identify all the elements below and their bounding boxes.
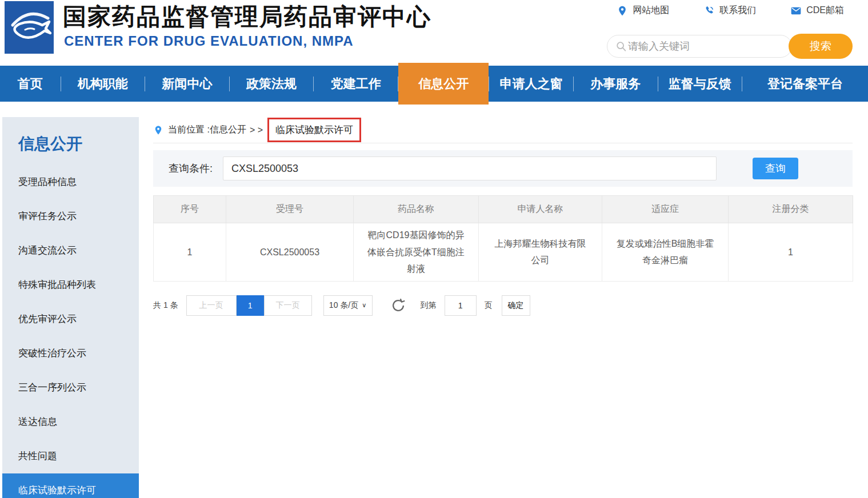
- results-table: 序号 受理号 药品名称 申请人名称 适应症 注册分类 1 CXSL2500053…: [153, 195, 853, 282]
- query-condition-label: 查询条件:: [169, 162, 213, 175]
- table-row: 1 CXSL2500053 靶向CD19基因修饰的异体嵌合抗原受体T细胞注射液 …: [154, 223, 853, 282]
- search-button[interactable]: 搜索: [789, 34, 853, 59]
- location-pin-icon: [617, 5, 628, 17]
- nav-item-info-disclosure[interactable]: 信息公开: [398, 63, 489, 105]
- prev-page-button[interactable]: 上一页: [186, 295, 237, 316]
- contact-label: 联系我们: [719, 5, 756, 17]
- sidebar-item-three-in-one[interactable]: 三合一序列公示: [2, 371, 139, 405]
- col-header-applicant: 申请人名称: [479, 196, 602, 223]
- header-utility-links: 网站地图 联系我们 CDE邮箱: [617, 5, 844, 17]
- table-header-row: 序号 受理号 药品名称 申请人名称 适应症 注册分类: [154, 196, 853, 223]
- nav-item-news[interactable]: 新闻中心: [145, 66, 229, 102]
- cde-mail-link[interactable]: CDE邮箱: [790, 5, 844, 17]
- sidebar-item-priority-review[interactable]: 优先审评公示: [2, 302, 139, 336]
- cell-acceptance-no: CXSL2500053: [226, 223, 354, 282]
- query-button[interactable]: 查询: [753, 158, 798, 179]
- breadcrumb-current-annotated: 临床试验默示许可: [267, 118, 361, 142]
- current-page-button[interactable]: 1: [237, 295, 264, 316]
- sidebar-title: 信息公开: [2, 117, 139, 165]
- location-pin-icon: [153, 124, 163, 136]
- breadcrumb: 当前位置 : 信息公开 > > 临床试验默示许可: [153, 117, 853, 143]
- query-condition-input[interactable]: [223, 156, 717, 180]
- site-title-en: CENTER FOR DRUG EVALUATION, NMPA: [64, 33, 354, 49]
- site-title-cn: 国家药品监督管理局药品审评中心: [63, 1, 431, 33]
- breadcrumb-section[interactable]: 信息公开: [210, 124, 246, 136]
- confirm-button[interactable]: 确定: [502, 295, 530, 316]
- goto-page-input[interactable]: [445, 295, 477, 316]
- page-size-value: 10 条/页: [329, 300, 358, 311]
- cell-drug-name: 靶向CD19基因修饰的异体嵌合抗原受体T细胞注射液: [354, 223, 479, 282]
- next-page-button[interactable]: 下一页: [264, 295, 312, 316]
- search-input[interactable]: [627, 40, 764, 53]
- chevron-down-icon: ∨: [362, 302, 366, 309]
- main-nav: 首页 机构职能 新闻中心 政策法规 党建工作 信息公开 申请人之窗 办事服务 监…: [0, 66, 868, 102]
- page-size-select[interactable]: 10 条/页 ∨: [323, 295, 373, 316]
- sidebar-item-communication[interactable]: 沟通交流公示: [2, 234, 139, 268]
- nav-item-policy[interactable]: 政策法规: [230, 66, 314, 102]
- nav-item-applicant-window[interactable]: 申请人之窗: [489, 66, 573, 102]
- nav-item-supervision[interactable]: 监督与反馈: [658, 66, 742, 102]
- pagination-bar: 共 1 条 上一页 1 下一页 10 条/页 ∨ 到第 页 确定: [153, 295, 853, 316]
- nav-item-home[interactable]: 首页: [0, 66, 61, 102]
- cell-indication: 复发或难治性B细胞非霍奇金淋巴瘤: [602, 223, 729, 282]
- cde-logo: [5, 1, 54, 54]
- cde-mail-label: CDE邮箱: [806, 5, 844, 17]
- search-box[interactable]: [607, 35, 792, 58]
- page-unit-label: 页: [485, 300, 493, 311]
- sitemap-link[interactable]: 网站地图: [617, 5, 669, 17]
- sidebar-item-review-tasks[interactable]: 审评任务公示: [2, 199, 139, 234]
- contact-link[interactable]: 联系我们: [703, 5, 756, 17]
- header-search: 搜索: [607, 34, 853, 59]
- cell-seq: 1: [154, 223, 226, 282]
- nav-item-services[interactable]: 办事服务: [574, 66, 658, 102]
- col-header-acceptance-no: 受理号: [226, 196, 354, 223]
- breadcrumb-prefix: 当前位置 :: [168, 124, 210, 136]
- col-header-drug-name: 药品名称: [354, 196, 479, 223]
- site-header: 国家药品监督管理局药品审评中心 CENTER FOR DRUG EVALUATI…: [0, 0, 868, 66]
- fish-swoosh-icon: [5, 1, 54, 54]
- cell-registration-class: 1: [729, 223, 853, 282]
- sitemap-label: 网站地图: [633, 5, 669, 17]
- sidebar-item-accepted-varieties[interactable]: 受理品种信息: [2, 165, 139, 199]
- col-header-seq: 序号: [154, 196, 226, 223]
- cell-applicant: 上海邦耀生物科技有限公司: [479, 223, 602, 282]
- nav-item-functions[interactable]: 机构职能: [61, 66, 145, 102]
- mail-icon: [790, 5, 802, 17]
- sidebar-item-delivery-info[interactable]: 送达信息: [2, 405, 139, 439]
- sidebar-item-clinical-trial-implied-license[interactable]: 临床试验默示许可: [2, 473, 139, 498]
- sidebar-item-special-approval[interactable]: 特殊审批品种列表: [2, 268, 139, 302]
- total-count-label: 共 1 条: [153, 300, 178, 311]
- col-header-registration-class: 注册分类: [729, 196, 853, 223]
- col-header-indication: 适应症: [602, 196, 729, 223]
- sidebar-item-common-questions[interactable]: 共性问题: [2, 439, 139, 473]
- query-panel: 查询条件: 查询: [153, 150, 853, 187]
- search-icon: [615, 41, 627, 52]
- main-content: 当前位置 : 信息公开 > > 临床试验默示许可 查询条件: 查询 序号 受理号…: [153, 117, 853, 316]
- goto-page-label: 到第: [421, 300, 437, 311]
- refresh-icon[interactable]: [390, 297, 407, 314]
- nav-item-party[interactable]: 党建工作: [314, 66, 398, 102]
- info-disclosure-sidebar: 信息公开 受理品种信息 审评任务公示 沟通交流公示 特殊审批品种列表 优先审评公…: [2, 117, 139, 498]
- nav-item-registration-platform[interactable]: 登记备案平台: [742, 66, 868, 102]
- sidebar-item-breakthrough-therapy[interactable]: 突破性治疗公示: [2, 336, 139, 371]
- breadcrumb-separator: > >: [250, 125, 263, 135]
- phone-icon: [703, 5, 715, 17]
